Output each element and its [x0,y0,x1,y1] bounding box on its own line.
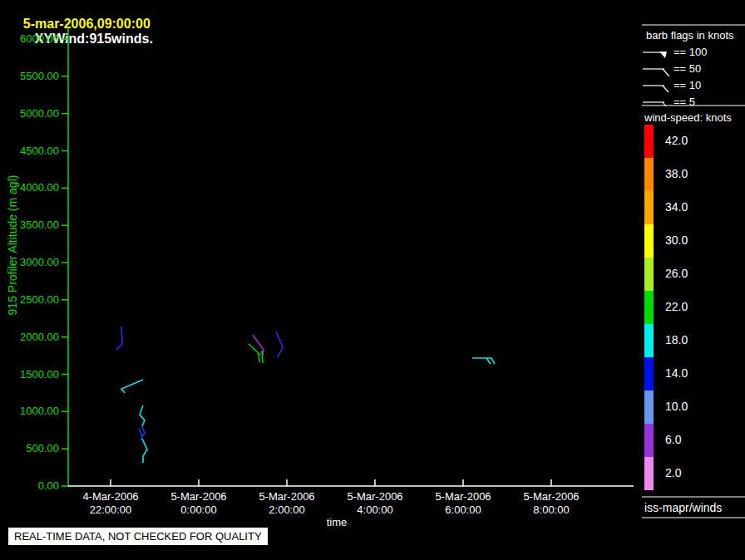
colorbar-label: 6.0 [665,433,682,446]
wind-profiler-app-window: 5-mar-2006,09:00:00 XYWind:915winds. 600… [0,0,745,560]
wind-barb [140,405,145,426]
colorbar-segment [644,125,654,158]
colorbar-label: 42.0 [665,134,688,147]
barb-flag-feather-icon [663,69,669,76]
wind-barb [116,327,122,350]
colorbar-segment [644,258,654,291]
colorbar-label: 18.0 [665,333,688,346]
wind-speed-legend-title: wind-speed: knots [644,111,732,124]
y-tick-label: 1500.00 [20,368,59,381]
y-tick-label: 0.00 [38,479,59,492]
y-tick-label: 500.00 [26,442,59,454]
wind-barb [139,429,142,436]
x-tick-time-label: 22:00:00 [90,504,132,516]
colorbar-segment [644,324,654,357]
x-tick-time-label: 8:00:00 [533,504,569,516]
y-tick-label: 1000.00 [20,405,59,417]
x-tick-time-label: 6:00:00 [445,504,481,516]
barb-flag-label: == 10 [673,79,701,91]
y-tick-label: 4000.00 [20,181,59,194]
x-tick-date-label: 5-Mar-2006 [523,490,579,503]
x-tick-date-label: 5-Mar-2006 [435,490,491,503]
colorbar-segment [644,191,654,224]
colorbar-label: 10.0 [665,400,688,413]
barb-flag-label: == 5 [673,96,695,108]
x-tick-date-label: 5-Mar-2006 [170,490,226,503]
y-tick-label: 2500.00 [20,293,59,306]
barb-flags-legend-title: barb flags in knots [646,29,734,42]
barb-flag-feather-icon [663,86,669,92]
x-tick-time-label: 0:00:00 [180,504,216,516]
colorbar-segment [644,457,654,490]
x-tick-time-label: 4:00:00 [357,504,392,516]
colorbar-label: 38.0 [665,167,688,180]
x-tick-date-label: 5-Mar-2006 [259,490,314,503]
colorbar-label: 14.0 [665,366,688,380]
colorbar-segment [644,224,654,258]
y-tick-label: 3500.00 [20,219,59,231]
legend-footer-label: iss-mapr/winds [644,501,722,514]
wind-barb [121,380,143,393]
wind-barb [142,439,147,463]
barb-flag-label: == 100 [673,46,708,58]
colorbar-segment [644,158,654,191]
colorbar-segment [644,357,654,391]
y-tick-label: 4500.00 [20,145,59,157]
colorbar-label: 26.0 [665,267,688,280]
colorbar-label: 34.0 [665,200,688,214]
x-axis-title: time [327,516,348,528]
y-tick-label: 3000.00 [20,256,59,268]
barb-flag-pennant-icon [659,52,667,58]
wind-barb [486,358,491,364]
wind-barb [259,354,259,362]
colorbar-label: 30.0 [665,233,688,247]
x-tick-date-label: 4-Mar-2006 [82,490,138,503]
y-axis-title: 915 Profiler Altitude (m agl) [6,175,19,316]
y-tick-label: 5000.00 [20,107,59,120]
wind-barb [262,351,263,363]
x-tick-time-label: 2:00:00 [269,504,304,516]
wind-barb [249,344,260,355]
colorbar-label: 22.0 [665,300,688,313]
colorbar-label: 2.0 [665,466,682,479]
x-tick-date-label: 5-Mar-2006 [347,490,402,503]
wind-barb [276,332,283,357]
colorbar-segment [644,291,654,324]
barb-flag-label: == 50 [673,62,701,75]
status-banner: REAL-TIME DATA, NOT CHECKED FOR QUALITY [8,528,268,545]
y-tick-label: 2000.00 [20,331,59,343]
colorbar-segment [644,391,654,424]
wind-barb [472,358,495,364]
y-tick-label: 5500.00 [20,70,59,82]
colorbar-segment [644,424,654,457]
wind-profile-plot: 6000.005500.005000.004500.004000.003500.… [0,0,745,560]
y-tick-label: 6000.00 [20,32,59,45]
